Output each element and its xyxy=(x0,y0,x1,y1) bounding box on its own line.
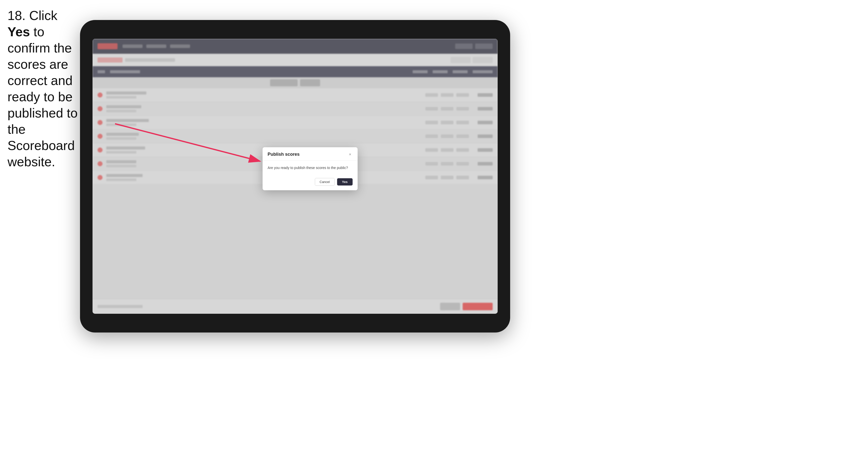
modal-overlay: Publish scores × Are you ready to publis… xyxy=(93,39,498,314)
tablet-device: Publish scores × Are you ready to publis… xyxy=(80,20,510,333)
instruction-text-before: Click xyxy=(26,8,57,23)
instruction-block: 18. Click Yes to confirm the scores are … xyxy=(7,7,80,170)
modal-header: Publish scores × xyxy=(262,147,358,161)
modal-title: Publish scores xyxy=(268,152,300,157)
tablet-screen: Publish scores × Are you ready to publis… xyxy=(93,39,498,314)
publish-scores-modal: Publish scores × Are you ready to publis… xyxy=(262,147,358,190)
step-number: 18. xyxy=(7,8,26,23)
modal-body: Are you ready to publish these scores to… xyxy=(262,161,358,175)
instruction-text-after: to confirm the scores are correct and re… xyxy=(7,25,78,169)
modal-cancel-button[interactable]: Cancel xyxy=(315,178,334,186)
modal-yes-button[interactable]: Yes xyxy=(337,178,352,186)
modal-close-button[interactable]: × xyxy=(348,152,352,157)
modal-message: Are you ready to publish these scores to… xyxy=(268,165,352,170)
modal-footer: Cancel Yes xyxy=(262,175,358,190)
bold-yes: Yes xyxy=(7,25,30,39)
